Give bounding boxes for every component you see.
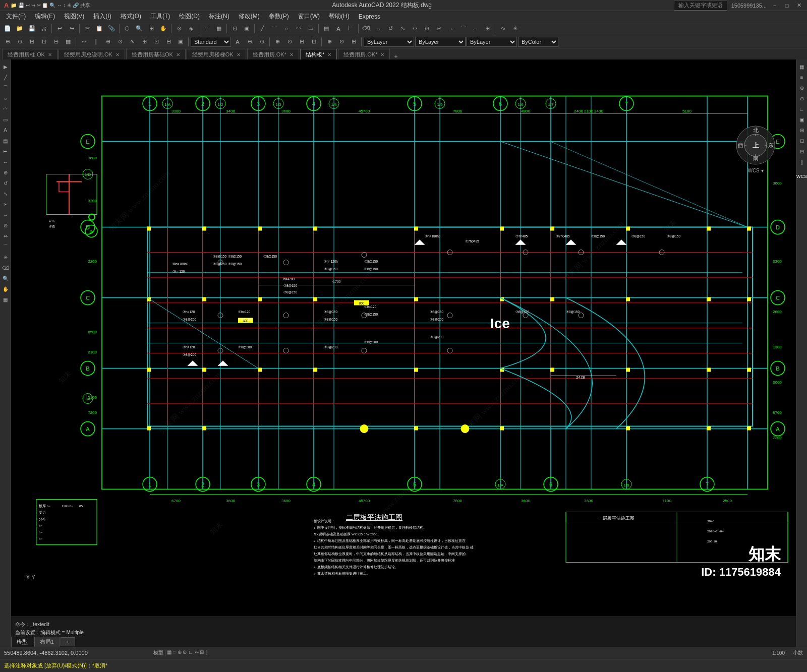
tab-column-ok[interactable]: 经费用房柱.OK ✕ (2, 49, 57, 60)
command-input[interactable] (34, 638, 792, 644)
tb-fillet[interactable]: ⌒ (457, 23, 469, 34)
tb2-osnap[interactable]: ⊙ (14, 36, 25, 47)
tb-pedit[interactable]: ∿ (497, 23, 508, 34)
lt-hatch[interactable]: ▤ (1, 136, 11, 146)
lt-pan[interactable]: ✋ (1, 284, 11, 294)
tb-offset[interactable]: ⊘ (421, 23, 432, 34)
tb-trim[interactable]: ✂ (433, 23, 444, 34)
color-dropdown[interactable]: ByColor (518, 37, 558, 47)
lt-copy[interactable]: ⊕ (1, 167, 11, 177)
tb2-d3[interactable]: ⊞ (348, 36, 359, 47)
lt-move[interactable]: ↔ (1, 157, 11, 167)
tab-close-icon[interactable]: ✕ (290, 52, 294, 57)
rt-7[interactable]: ⊞ (797, 125, 807, 135)
rt-5[interactable]: ∟ (797, 104, 807, 114)
tb-block[interactable]: ▣ (241, 23, 252, 34)
tab-stair-ok[interactable]: 经费用房楼梯OK ✕ (187, 49, 246, 60)
tab-add[interactable]: + (391, 53, 400, 60)
tb2-c3[interactable]: ⊞ (296, 36, 307, 47)
tb2-a8[interactable]: ⊟ (163, 36, 174, 47)
tb2-c1[interactable]: ⊕ (272, 36, 283, 47)
menu-item-param[interactable]: 参数(P) (265, 11, 293, 22)
tb-zoom-window[interactable]: 🔍 (134, 23, 145, 34)
tb-pan[interactable]: ✋ (158, 23, 169, 34)
menu-item-express[interactable]: Express (355, 12, 384, 21)
tb2-b1[interactable]: A (232, 36, 243, 47)
tb2-a5[interactable]: ∿ (127, 36, 138, 47)
lt-trim[interactable]: ✂ (1, 199, 11, 209)
cmd-input-line[interactable]: 命令： (15, 637, 792, 645)
tb-rect[interactable]: ▭ (305, 23, 316, 34)
tb2-a2[interactable]: ∥ (90, 36, 101, 47)
lt-explode[interactable]: ✳ (1, 252, 11, 262)
minimize-btn[interactable]: − (771, 2, 779, 10)
tb2-a9[interactable]: ▣ (175, 36, 186, 47)
tab-close-icon[interactable]: ✕ (380, 52, 384, 57)
tb2-snap[interactable]: ⊕ (2, 36, 13, 47)
rt-9[interactable]: ⊟ (797, 146, 807, 156)
tb-3dorbit[interactable]: ⊙ (174, 23, 185, 34)
tb2-ortho[interactable]: ⊟ (50, 36, 62, 47)
tb-view[interactable]: ◈ (186, 23, 197, 34)
user-account[interactable]: 1505999135... (731, 3, 767, 9)
menu-item-format[interactable]: 格式(O) (117, 11, 145, 22)
tab-close-icon[interactable]: ✕ (327, 52, 331, 57)
rt-6[interactable]: ▣ (797, 114, 807, 125)
rt-wcs[interactable]: WCS (797, 171, 807, 181)
lt-mirror[interactable]: ⇔ (1, 231, 11, 241)
tb-match[interactable]: ⬡ (122, 23, 133, 34)
tb-copy[interactable]: 📋 (94, 23, 105, 34)
tb-move[interactable]: ↔ (373, 23, 384, 34)
maximize-btn[interactable]: □ (783, 2, 791, 10)
menu-item-modify[interactable]: 修改(M) (235, 11, 264, 22)
lt-polyline[interactable]: ⌒ (1, 83, 11, 93)
lt-select[interactable]: ▶ (1, 62, 11, 72)
menu-item-tools[interactable]: 工具(T) (146, 11, 174, 22)
lt-scale[interactable]: ⤡ (1, 189, 11, 199)
tb-layer[interactable]: ≡ (201, 23, 212, 34)
model-tab[interactable]: 模型 (11, 637, 33, 647)
lt-text[interactable]: A (1, 125, 11, 135)
menu-item-view[interactable]: 视图(V) (60, 11, 88, 22)
tb-undo[interactable]: ↩ (54, 23, 65, 34)
lt-circle[interactable]: ○ (1, 93, 11, 103)
menu-item-annotate[interactable]: 标注(N) (205, 11, 234, 22)
lt-erase[interactable]: ⌫ (1, 263, 11, 273)
tb2-c2[interactable]: ⊙ (284, 36, 295, 47)
tb-line[interactable]: ╱ (257, 23, 268, 34)
tb-mirror[interactable]: ⇔ (409, 23, 420, 34)
lt-arc[interactable]: ◠ (1, 104, 11, 114)
tb-explode[interactable]: ✳ (509, 23, 521, 34)
lt-line[interactable]: ╱ (1, 72, 11, 82)
tb-erase[interactable]: ⌫ (361, 23, 372, 34)
tb2-a3[interactable]: ⊕ (102, 36, 113, 47)
rt-3[interactable]: ⊕ (797, 83, 807, 93)
menu-item-window[interactable]: 窗口(W) (294, 11, 324, 22)
layer-dropdown[interactable]: ByLayer (364, 37, 414, 47)
menu-item-edit[interactable]: 编辑(E) (31, 11, 59, 22)
tb-properties[interactable]: ▦ (213, 23, 224, 34)
search-box[interactable]: 输入关键字或短语 (674, 0, 727, 11)
tb-insert-block[interactable]: ⊡ (229, 23, 240, 34)
tab-close-icon[interactable]: ✕ (116, 52, 120, 57)
tb2-polar[interactable]: ⊡ (38, 36, 49, 47)
add-layout-btn[interactable]: + (61, 637, 75, 646)
menu-item-file[interactable]: 文件(F) (2, 11, 30, 22)
lt-grid[interactable]: ▦ (1, 294, 11, 304)
tb-arc[interactable]: ◠ (293, 23, 304, 34)
lt-fillet[interactable]: ⌒ (1, 241, 11, 252)
tab-close-icon[interactable]: ✕ (237, 52, 241, 57)
tb-open[interactable]: 📁 (14, 23, 25, 34)
tb2-d2[interactable]: ⊙ (336, 36, 347, 47)
tab-foundation-ok[interactable]: 经费用房基础OK ✕ (126, 49, 186, 60)
rt-10[interactable]: ∥ (797, 157, 807, 167)
lt-zoom[interactable]: 🔍 (1, 273, 11, 283)
rt-8[interactable]: ⊡ (797, 136, 807, 146)
style-dropdown[interactable]: Standard (191, 37, 231, 47)
tb-new[interactable]: 📄 (2, 23, 13, 34)
tb2-grid[interactable]: ▦ (63, 36, 74, 47)
tb2-d1[interactable]: ⊕ (324, 36, 335, 47)
tb-array[interactable]: ⊞ (482, 23, 493, 34)
tb-scale[interactable]: ⤡ (397, 23, 408, 34)
linetype-dropdown[interactable]: ByLayer (415, 37, 466, 47)
